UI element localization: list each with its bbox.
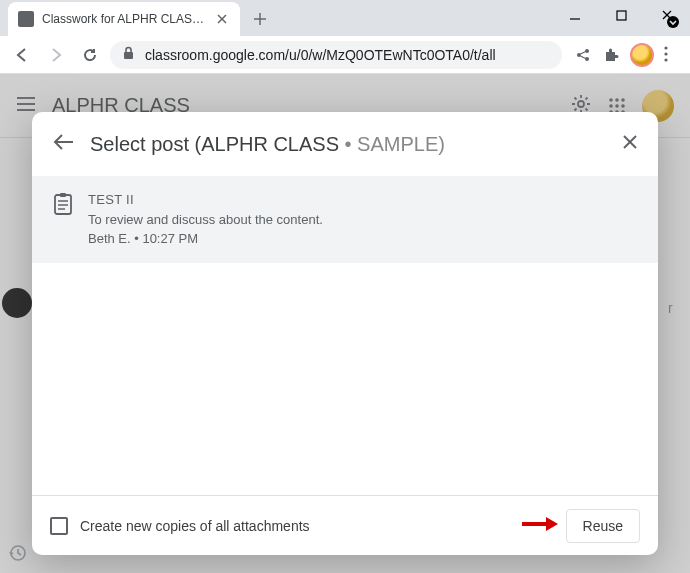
- forward-nav-button: [42, 41, 70, 69]
- new-tab-button[interactable]: [246, 5, 274, 33]
- url-text: classroom.google.com/u/0/w/MzQ0OTEwNTc0O…: [145, 47, 496, 63]
- assignment-icon: [52, 192, 74, 220]
- lock-icon: [122, 46, 135, 63]
- dialog-title-main: Select post (ALPHR CLASS: [90, 133, 339, 155]
- close-window-button[interactable]: [644, 0, 690, 30]
- select-post-dialog: Select post (ALPHR CLASS • SAMPLE) TEST …: [32, 112, 658, 555]
- reload-button[interactable]: [76, 41, 104, 69]
- svg-point-16: [664, 52, 667, 55]
- dialog-back-button[interactable]: [52, 133, 74, 155]
- svg-rect-9: [124, 52, 133, 59]
- svg-line-13: [581, 51, 586, 54]
- svg-point-17: [664, 58, 667, 61]
- browser-toolbar: classroom.google.com/u/0/w/MzQ0OTEwNTc0O…: [0, 36, 690, 74]
- copy-attachments-checkbox[interactable]: Create new copies of all attachments: [50, 517, 310, 535]
- dialog-title-sub: • SAMPLE): [339, 133, 445, 155]
- svg-rect-1: [617, 11, 626, 20]
- post-item[interactable]: TEST II To review and discuss about the …: [32, 176, 658, 263]
- svg-rect-35: [60, 193, 66, 197]
- checkbox-label: Create new copies of all attachments: [80, 518, 310, 534]
- tab-close-icon[interactable]: [214, 11, 230, 27]
- chrome-menu-icon[interactable]: [664, 46, 682, 64]
- post-description: To review and discuss about the content.: [88, 210, 323, 230]
- svg-point-15: [664, 46, 667, 49]
- reuse-button[interactable]: Reuse: [566, 509, 640, 543]
- svg-point-11: [585, 49, 589, 53]
- window-controls: [552, 0, 690, 30]
- dialog-header: Select post (ALPHR CLASS • SAMPLE): [32, 112, 658, 176]
- share-icon[interactable]: [574, 46, 592, 64]
- browser-tab[interactable]: Classwork for ALPHR CLASS SAM: [8, 2, 240, 36]
- minimize-button[interactable]: [552, 0, 598, 30]
- svg-line-14: [581, 56, 586, 59]
- post-info: TEST II To review and discuss about the …: [88, 190, 323, 249]
- annotation-arrow-icon: [520, 515, 560, 537]
- maximize-button[interactable]: [598, 0, 644, 30]
- checkbox-icon: [50, 517, 68, 535]
- dialog-body: [32, 263, 658, 496]
- svg-point-12: [585, 57, 589, 61]
- address-bar[interactable]: classroom.google.com/u/0/w/MzQ0OTEwNTc0O…: [110, 41, 562, 69]
- back-nav-button[interactable]: [8, 41, 36, 69]
- profile-avatar[interactable]: [630, 43, 654, 67]
- extensions-icon[interactable]: [602, 46, 620, 64]
- dialog-title: Select post (ALPHR CLASS • SAMPLE): [90, 133, 445, 156]
- tab-favicon: [18, 11, 34, 27]
- tab-title: Classwork for ALPHR CLASS SAM: [42, 12, 206, 26]
- post-title: TEST II: [88, 190, 323, 210]
- post-meta: Beth E. • 10:27 PM: [88, 229, 323, 249]
- dialog-footer: Create new copies of all attachments Reu…: [32, 495, 658, 555]
- dialog-close-button[interactable]: [622, 134, 638, 154]
